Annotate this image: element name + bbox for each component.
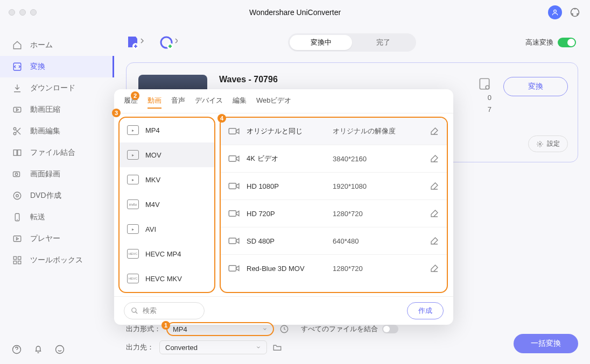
video-icon	[228, 127, 240, 135]
popup-tab-audio[interactable]: 音声	[171, 96, 185, 109]
video-icon: m4v	[127, 199, 139, 209]
popup-tab-device[interactable]: デバイス	[195, 96, 223, 109]
add-url-button[interactable]	[159, 34, 178, 51]
sidebar-item-compress[interactable]: 動画圧縮	[0, 99, 114, 120]
svg-rect-25	[229, 156, 236, 162]
sidebar-item-player[interactable]: プレヤー	[0, 228, 114, 249]
resolution-item[interactable]: 4K ビデオ 3840*2160	[221, 145, 447, 173]
help-icon[interactable]	[12, 345, 22, 354]
batch-convert-button[interactable]: 一括変換	[514, 334, 578, 353]
format-item-avi[interactable]: ▸AVI	[120, 217, 214, 241]
video-icon: ▸	[127, 125, 139, 135]
edit-icon[interactable]	[430, 154, 439, 163]
home-icon	[12, 40, 23, 51]
merge-switch[interactable]	[382, 325, 398, 333]
edit-icon[interactable]	[430, 126, 439, 136]
svg-point-11	[16, 195, 19, 197]
tab-converting[interactable]: 変換中	[290, 35, 352, 50]
speed-label: 高速変換	[525, 38, 553, 47]
video-icon: HEVC	[127, 249, 139, 259]
resolution-item[interactable]: HD 1080P 1920*1080	[221, 173, 447, 200]
format-item-mp4[interactable]: ▸MP4	[120, 118, 214, 142]
video-icon: HEVC	[127, 274, 139, 283]
svg-point-9	[15, 173, 18, 176]
close-icon[interactable]	[9, 9, 15, 16]
popup-tab-edit[interactable]: 編集	[233, 96, 247, 109]
settings-button[interactable]: 設定	[528, 135, 568, 152]
svg-rect-3	[13, 108, 21, 112]
edit-icon[interactable]	[430, 263, 439, 273]
edit-icon[interactable]	[430, 181, 439, 191]
resolution-item[interactable]: HD 720P 1280*720	[221, 200, 447, 227]
sidebar-item-merge[interactable]: ファイル結合	[0, 142, 114, 163]
sidebar-item-label: 画面録画	[30, 169, 60, 179]
format-item-hevc-mkv[interactable]: HEVCHEVC MKV	[120, 266, 214, 291]
svg-point-30	[132, 308, 136, 312]
bell-icon[interactable]	[33, 345, 43, 354]
disc-icon	[12, 190, 23, 201]
sidebar-item-label: 転送	[30, 212, 45, 222]
sidebar-item-download[interactable]: ダウンロード	[0, 77, 114, 99]
tab-done[interactable]: 完了	[352, 35, 415, 50]
search-input[interactable]: 検索	[124, 302, 205, 319]
edit-icon[interactable]	[430, 209, 439, 218]
file-meta: 0 7	[488, 92, 491, 116]
svg-rect-26	[229, 183, 236, 189]
sidebar-item-label: ファイル結合	[30, 148, 75, 158]
svg-rect-13	[13, 236, 21, 242]
search-icon	[131, 307, 138, 315]
sidebar-item-label: 変換	[30, 62, 45, 72]
feedback-icon[interactable]	[55, 345, 65, 354]
resolution-item[interactable]: Red-Blue 3D MOV 1280*720	[221, 255, 447, 282]
sidebar-item-label: プレヤー	[30, 234, 60, 244]
titlebar: Wondershare UniConverter	[0, 0, 590, 25]
svg-point-0	[554, 10, 557, 12]
sidebar-item-home[interactable]: ホーム	[0, 34, 114, 56]
svg-rect-7	[18, 150, 21, 156]
svg-rect-21	[480, 78, 489, 89]
chevron-down-icon	[262, 326, 268, 332]
sidebar-item-label: ツールボックス	[30, 255, 83, 265]
add-file-button[interactable]	[126, 34, 144, 51]
popup-tab-web[interactable]: Webビデオ	[256, 96, 292, 109]
avatar[interactable]	[548, 5, 562, 19]
maximize-icon[interactable]	[30, 9, 37, 16]
video-icon	[228, 154, 240, 163]
download-icon	[12, 83, 23, 94]
create-button[interactable]: 作成	[407, 302, 444, 319]
sidebar-item-convert[interactable]: 変換	[0, 56, 114, 77]
edit-icon[interactable]	[430, 236, 439, 246]
sidebar-item-toolbox[interactable]: ツールボックス	[0, 249, 114, 271]
popup-tabs: 履歴 動画 音声 デバイス 編集 Webビデオ	[114, 89, 453, 113]
support-icon[interactable]	[570, 7, 580, 18]
sidebar-item-label: ホーム	[30, 40, 53, 50]
resolution-item[interactable]: オリジナルと同じ オリジナルの解像度	[221, 118, 447, 145]
format-item-mov[interactable]: ▸MOV	[120, 142, 214, 167]
merge-toggle: すべてのファイルを結合	[301, 324, 398, 334]
sidebar-item-record[interactable]: 画面録画	[0, 163, 114, 185]
preset-icon[interactable]	[477, 77, 491, 91]
video-icon	[228, 264, 240, 273]
format-item-m4v[interactable]: m4vM4V	[120, 192, 214, 217]
sidebar-item-dvd[interactable]: DVD作成	[0, 185, 114, 206]
sidebar-item-edit[interactable]: 動画編集	[0, 120, 114, 142]
convert-button[interactable]: 変換	[503, 77, 568, 96]
sidebar-item-transfer[interactable]: 転送	[0, 206, 114, 228]
speed-switch[interactable]	[558, 38, 576, 47]
output-format-select[interactable]: MP4	[166, 322, 274, 336]
minimize-icon[interactable]	[19, 9, 26, 16]
record-icon	[12, 169, 23, 180]
resolution-item[interactable]: SD 480P 640*480	[221, 227, 447, 255]
clock-icon[interactable]	[279, 324, 289, 334]
format-item-mkv[interactable]: ▸MKV	[120, 167, 214, 192]
output-dest-select[interactable]: Converted	[159, 340, 267, 354]
svg-point-23	[539, 143, 541, 145]
sidebar: ホーム 変換 ダウンロード 動画圧縮 動画編集 ファイル結合 画面録画 DVD	[0, 25, 114, 364]
format-item-hevc-mp4[interactable]: HEVCHEVC MP4	[120, 241, 214, 266]
svg-rect-28	[229, 238, 236, 244]
svg-rect-17	[18, 261, 21, 264]
convert-icon	[12, 61, 23, 72]
folder-icon[interactable]	[272, 342, 282, 352]
merge-label: すべてのファイルを結合	[301, 324, 378, 334]
popup-tab-video[interactable]: 動画	[148, 96, 161, 109]
